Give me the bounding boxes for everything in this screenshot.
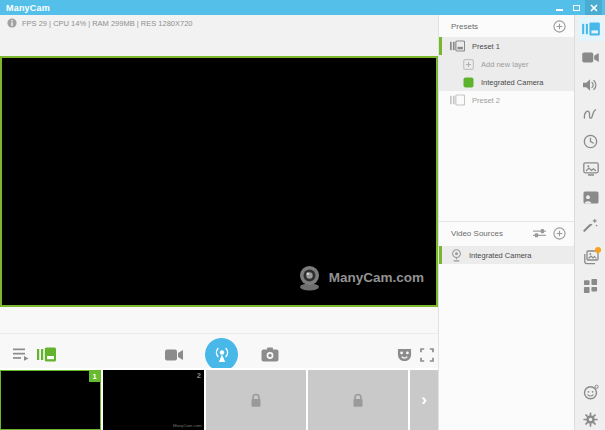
webcam-icon (451, 249, 462, 262)
video-sources-header: Video Sources (439, 222, 574, 244)
sidebar-audio-button[interactable] (578, 73, 603, 97)
broadcast-icon (212, 346, 232, 363)
mask-icon (397, 348, 412, 362)
layer-item-camera[interactable]: Integrated Camera (439, 73, 574, 91)
watermark: ManyCam.com (296, 264, 424, 291)
titlebar[interactable]: ManyCam (0, 0, 605, 15)
preset-thumbnail-1[interactable]: 1 (0, 370, 101, 430)
presets-header: Presets (439, 15, 574, 37)
toolbar-divider (0, 333, 438, 334)
camera-layer-icon (463, 77, 474, 88)
manycam-logo-icon (296, 264, 323, 291)
thumbnails-more-button[interactable]: › (410, 370, 438, 430)
broadcast-button[interactable] (205, 338, 238, 371)
presets-green-icon (37, 347, 56, 362)
video-camera-icon (165, 349, 183, 361)
video-source-label: Integrated Camera (469, 251, 532, 260)
preset-icon (450, 94, 465, 106)
right-sidebar (574, 15, 605, 430)
preset-slot-locked-4[interactable] (308, 370, 408, 430)
sidebar-effects-button[interactable] (578, 213, 603, 237)
presets-toggle-button[interactable] (37, 345, 56, 364)
video-source-item[interactable]: Integrated Camera (439, 246, 574, 264)
close-button[interactable] (585, 0, 602, 15)
media-screen-icon (583, 162, 599, 176)
video-preview[interactable]: ManyCam.com (0, 56, 438, 307)
notification-badge (595, 247, 601, 253)
maximize-button[interactable] (568, 0, 585, 15)
photo-camera-icon (261, 347, 279, 362)
maximize-icon (573, 5, 580, 11)
preset-icon (450, 40, 465, 52)
add-layer-label: Add new layer (481, 60, 529, 69)
sidebar-account-button[interactable] (578, 380, 603, 404)
add-preset-button[interactable] (553, 20, 566, 33)
sidebar-video-button[interactable] (578, 45, 603, 69)
sidebar-settings-button[interactable] (578, 407, 603, 430)
thumbnail-watermark: ManyCam.com (173, 423, 202, 428)
preset-thumbnails: 1 2 ManyCam.com › (0, 368, 438, 430)
fullscreen-button[interactable] (417, 345, 436, 364)
preset-2-number: 2 (197, 371, 201, 380)
bottom-toolbar (0, 307, 438, 370)
watermark-text: ManyCam.com (329, 270, 424, 285)
mask-effects-button[interactable] (395, 345, 414, 364)
preset-thumbnail-2[interactable]: 2 ManyCam.com (103, 370, 204, 430)
preset-label: Preset 1 (472, 42, 500, 51)
chevron-right-icon: › (421, 391, 427, 408)
plus-circle-icon (553, 20, 566, 33)
layer-label: Integrated Camera (481, 78, 544, 87)
sources-filter-button[interactable] (533, 228, 546, 238)
video-sources-title: Video Sources (439, 229, 503, 238)
sidebar-presets-button[interactable] (578, 17, 603, 41)
magic-wand-icon (583, 218, 598, 233)
preset-item-2[interactable]: Preset 2 (439, 91, 574, 109)
preset-slot-locked-3[interactable] (206, 370, 306, 430)
sidebar-effects-store-button[interactable] (578, 245, 603, 269)
right-panel: Presets Preset 1 (438, 15, 574, 430)
sidebar-layouts-button[interactable] (578, 273, 603, 297)
sidebar-time-button[interactable] (578, 129, 603, 153)
presets-panel-icon (582, 22, 600, 36)
sliders-icon (533, 228, 546, 238)
sidebar-media-button[interactable] (578, 157, 603, 181)
minimize-button[interactable] (551, 0, 568, 15)
status-text: FPS 29 | CPU 14% | RAM 299MB | RES 1280X… (22, 19, 193, 28)
account-smiley-icon (583, 384, 599, 400)
playlist-button[interactable] (11, 345, 30, 364)
draw-squiggle-icon (583, 107, 598, 120)
video-camera-icon (582, 52, 599, 63)
preset-item-1[interactable]: Preset 1 (439, 37, 574, 55)
window-title: ManyCam (0, 3, 50, 13)
lock-icon (250, 393, 262, 408)
preset-1-badge: 1 (89, 371, 100, 382)
active-indicator (439, 246, 442, 264)
preset-label: Preset 2 (472, 96, 500, 105)
minimize-icon (556, 9, 563, 11)
lock-icon (352, 393, 364, 408)
manycam-window: ManyCam FPS 29 | CPU 14% | RAM 299MB | R… (0, 0, 605, 430)
add-source-button[interactable] (553, 227, 566, 240)
close-icon (590, 4, 598, 12)
add-new-layer-item[interactable]: Add new layer (439, 55, 574, 73)
snapshot-button[interactable] (260, 345, 279, 364)
screencast-icon (583, 191, 599, 204)
sidebar-draw-button[interactable] (578, 101, 603, 125)
clock-icon (583, 134, 598, 149)
add-layer-icon (463, 59, 474, 70)
playlist-icon (13, 348, 29, 361)
grid-icon (583, 278, 598, 293)
window-controls (551, 0, 602, 15)
info-icon[interactable] (7, 18, 17, 28)
status-bar: FPS 29 | CPU 14% | RAM 299MB | RES 1280X… (0, 15, 438, 31)
video-camera-button[interactable] (164, 345, 183, 364)
active-indicator (439, 37, 442, 55)
plus-circle-icon (553, 227, 566, 240)
sidebar-screencast-button[interactable] (578, 185, 603, 209)
gear-icon (583, 412, 598, 427)
speaker-icon (583, 78, 598, 92)
fullscreen-icon (420, 348, 434, 362)
presets-title: Presets (439, 22, 478, 31)
